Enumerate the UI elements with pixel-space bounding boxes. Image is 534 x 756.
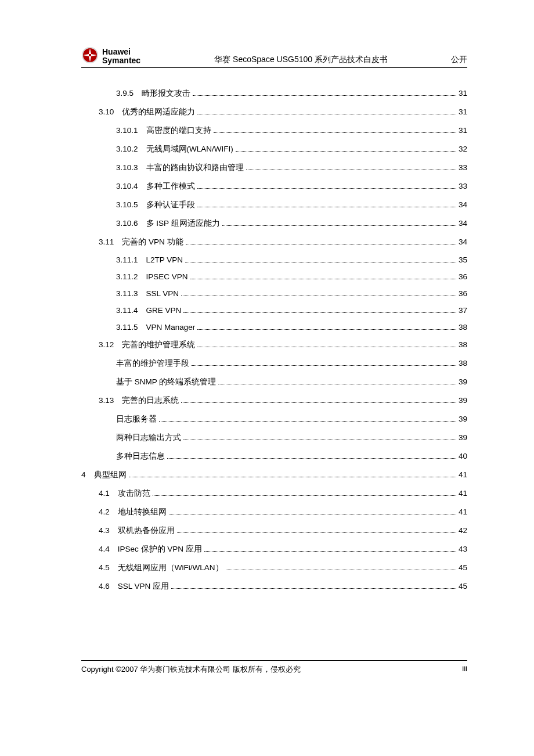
toc-entry-page: 36 [459, 289, 467, 298]
toc-leader-dots [183, 312, 456, 313]
toc-entry-title: 多种工作模式 [146, 181, 195, 192]
toc-entry-title: 日志服务器 [116, 414, 157, 424]
toc-entry-page: 37 [459, 306, 467, 315]
toc-leader-dots [183, 440, 456, 440]
toc-entry-page: 33 [459, 182, 467, 190]
toc-entry-title: 典型组网 [94, 470, 127, 480]
toc-leader-dots [197, 207, 456, 207]
toc-entry-page: 45 [459, 582, 467, 591]
toc-entry-page: 31 [459, 107, 467, 116]
toc-entry-page: 43 [459, 545, 467, 553]
toc-entry-page: 31 [459, 89, 467, 98]
toc-leader-dots [197, 188, 456, 189]
toc-entry-page: 32 [459, 145, 467, 153]
toc-entry-page: 33 [459, 163, 467, 172]
toc-entry-page: 39 [459, 415, 467, 423]
toc-entry-title: 丰富的路由协议和路由管理 [146, 163, 244, 173]
toc-entry-number: 3.10.5 [116, 200, 138, 209]
toc-entry: 3.10.4多种工作模式33 [81, 181, 467, 192]
toc-entry-number: 4 [81, 470, 86, 479]
toc-entry: 3.9.5畸形报文攻击31 [81, 88, 467, 99]
toc-entry-page: 41 [459, 507, 467, 516]
toc-entry-number: 3.10.2 [116, 145, 138, 153]
toc-leader-dots [169, 514, 456, 514]
toc-entry-page: 39 [459, 396, 467, 405]
toc-entry-number: 3.11.2 [116, 272, 138, 281]
toc-entry: 4.3双机热备份应用42 [81, 525, 467, 536]
toc-leader-dots [185, 262, 456, 262]
toc-entry: 4.2地址转换组网41 [81, 507, 467, 517]
toc-entry-number: 3.11.1 [116, 255, 138, 264]
toc-entry-title: 多 ISP 组网适应能力 [146, 218, 220, 229]
page: Huawei Symantec 华赛 SecoSpace USG5100 系列产… [0, 0, 534, 756]
toc-entry-page: 40 [459, 452, 467, 460]
toc-entry: 4典型组网41 [81, 470, 467, 480]
brand-line1: Huawei [102, 48, 140, 56]
toc-entry-number: 3.10.6 [116, 219, 138, 228]
toc-entry-page: 41 [459, 489, 467, 498]
toc-entry-page: 38 [459, 359, 467, 368]
toc-entry-number: 3.10 [99, 107, 114, 116]
page-header: Huawei Symantec 华赛 SecoSpace USG5100 系列产… [81, 46, 467, 68]
toc-leader-dots [218, 384, 456, 384]
toc-entry-title: SSL VPN 应用 [118, 581, 169, 592]
toc-entry: 4.1攻击防范41 [81, 488, 467, 499]
toc-entry-number: 4.3 [99, 526, 110, 535]
toc-entry-title: GRE VPN [146, 306, 182, 315]
toc-entry-page: 38 [459, 323, 467, 332]
toc-leader-dots [236, 151, 456, 152]
toc-entry-title: 基于 SNMP 的终端系统管理 [116, 377, 216, 387]
toc-entry-page: 45 [459, 563, 467, 572]
toc-entry-page: 39 [459, 433, 467, 442]
toc-entry: 3.12完善的维护管理系统38 [81, 340, 467, 350]
toc-entry-number: 3.10.4 [116, 182, 138, 190]
toc-entry-page: 34 [459, 237, 467, 246]
toc-entry-page: 42 [459, 526, 467, 535]
toc-leader-dots [177, 532, 456, 533]
toc-entry-title: 攻击防范 [118, 488, 150, 499]
toc-entry-title: 优秀的组网适应能力 [122, 107, 195, 117]
toc-entry: 4.5无线组网应用（WiFi/WLAN）45 [81, 563, 467, 573]
toc-entry: 3.11.4GRE VPN37 [81, 306, 467, 315]
header-title: 华赛 SecoSpace USG5100 系列产品技术白皮书 [158, 55, 444, 66]
toc-entry-number: 4.2 [99, 507, 110, 516]
page-number: iii [462, 664, 467, 675]
table-of-contents: 3.9.5畸形报文攻击313.10优秀的组网适应能力313.10.1高密度的端口… [81, 88, 467, 592]
toc-entry: 基于 SNMP 的终端系统管理39 [81, 377, 467, 387]
toc-entry: 4.6SSL VPN 应用45 [81, 581, 467, 592]
toc-entry-title: 完善的维护管理系统 [122, 340, 195, 350]
toc-entry: 3.11完善的 VPN 功能34 [81, 237, 467, 247]
toc-entry-title: 完善的 VPN 功能 [122, 237, 183, 247]
toc-entry: 3.10.3丰富的路由协议和路由管理33 [81, 163, 467, 173]
toc-entry: 3.11.1L2TP VPN35 [81, 255, 467, 264]
toc-entry-title: 无线组网应用（WiFi/WLAN） [118, 563, 223, 573]
toc-entry-title: 双机热备份应用 [118, 525, 175, 536]
toc-entry-title: 丰富的维护管理手段 [116, 358, 189, 369]
toc-entry: 3.11.2IPSEC VPN36 [81, 272, 467, 281]
toc-entry-page: 41 [459, 470, 467, 479]
header-classification: 公开 [444, 55, 467, 66]
toc-leader-dots [226, 570, 456, 570]
toc-entry-number: 3.9.5 [116, 89, 134, 98]
toc-leader-dots [197, 347, 456, 347]
toc-entry-page: 36 [459, 272, 467, 281]
toc-entry-number: 4.6 [99, 582, 110, 591]
toc-entry-title: 两种日志输出方式 [116, 433, 181, 443]
toc-leader-dots [190, 279, 456, 279]
toc-entry-page: 35 [459, 255, 467, 264]
toc-entry: 两种日志输出方式39 [81, 433, 467, 443]
toc-entry: 3.11.3SSL VPN36 [81, 289, 467, 298]
brand-text: Huawei Symantec [102, 48, 140, 64]
toc-leader-dots [197, 329, 456, 330]
toc-leader-dots [204, 551, 456, 552]
toc-leader-dots [193, 95, 456, 96]
toc-leader-dots [186, 244, 456, 244]
toc-entry-number: 3.13 [99, 396, 114, 405]
toc-entry-number: 3.11.4 [116, 306, 138, 315]
toc-entry: 日志服务器39 [81, 414, 467, 424]
toc-entry: 3.10.1高密度的端口支持31 [81, 125, 467, 136]
toc-entry-title: L2TP VPN [146, 255, 183, 264]
toc-leader-dots [214, 132, 456, 133]
page-footer: Copyright ©2007 华为赛门铁克技术有限公司 版权所有，侵权必究 i… [81, 660, 467, 675]
toc-entry-number: 4.1 [99, 489, 110, 498]
